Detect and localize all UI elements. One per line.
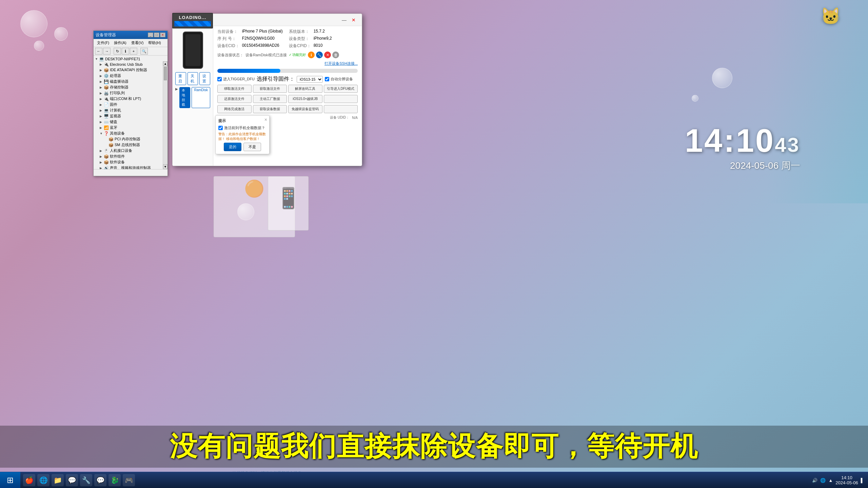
shutdown-button[interactable]: 关机 (188, 72, 198, 85)
network-activate-button[interactable]: 网络完成激活 (217, 105, 252, 113)
get-all-data-button[interactable]: 获取设备数据 (253, 105, 287, 113)
taskbar-icon-tool[interactable]: 🔧 (80, 474, 92, 486)
settings-button[interactable]: 设置 (199, 72, 210, 85)
get-activate2-button[interactable]: 获取激活文件 (253, 85, 287, 93)
auto-identify-checkbox[interactable]: 自动分辨设备 (325, 77, 353, 82)
device-manager-toolbar: ← → ↻ ℹ + 🔍 (94, 47, 167, 56)
dm-menu-view[interactable]: 查看(V) (129, 40, 146, 46)
tree-item-hid[interactable]: ▶ 🖱️ 人机接口设备 (94, 148, 167, 154)
tree-item-pci[interactable]: 📦 PCI 内存控制器 (94, 136, 167, 142)
subtitle-bar: 没有问题我们直接抹除设备即可，等待开机 (0, 426, 868, 468)
start-button[interactable]: ⊞ (0, 472, 20, 488)
taskbar-icon-ie[interactable]: 🌐 (37, 474, 50, 486)
scroll-down-button[interactable]: ▼ (163, 164, 167, 169)
restore-activate-button[interactable]: 还原激活文件 (217, 95, 252, 103)
ecid-value: 001504543898AD26 (242, 43, 286, 49)
dm-forward-button[interactable]: → (103, 48, 111, 55)
popup-checkbox[interactable]: 激活前到手机全额数据？ (218, 125, 267, 130)
dm-scan-button[interactable]: 🔍 (140, 48, 148, 55)
ios-checkbox-row: ▶ 本地挂载 RamDisk (175, 87, 210, 108)
tray-icon-network: 🌐 (820, 478, 826, 483)
tree-item-swcomp[interactable]: ▶ 📦 软件组件 (94, 154, 167, 159)
dm-properties-button[interactable]: ℹ (122, 48, 129, 55)
popup-cancel-button[interactable]: 不是 (243, 143, 261, 151)
local-mount-label: ▶ (175, 87, 178, 108)
device-manager-window: 设备管理器 _ □ ✕ 文件(F) 操作(A) 查看(V) 帮助(H) ← → … (93, 30, 168, 176)
driver-select[interactable]: iOS13-15 iOS12 iOS16+ (297, 76, 323, 83)
ios-close-button[interactable]: ✕ (350, 16, 358, 24)
tree-item-print[interactable]: ▶ 🖨️ 打印队列 (94, 90, 167, 96)
taskbar-icon-chat1[interactable]: 💬 (66, 474, 78, 486)
ios-window-controls: — ✕ (340, 16, 358, 24)
tree-item-other[interactable]: ▼ ❓ 其他设备 (94, 130, 167, 136)
local-mount-tab[interactable]: 本地挂载 (179, 87, 190, 108)
tree-item-swdev[interactable]: ▶ 📦 软件设备 (94, 159, 167, 165)
ios-nav-buttons: 重启 关机 设置 (175, 72, 210, 85)
taskbar-icon-game2[interactable]: 🎮 (123, 474, 135, 486)
serial-value: F2NSQ0WH1G00 (242, 36, 286, 42)
taskbar-icon-folder[interactable]: 📁 (52, 474, 64, 486)
device-manager-scrollbar[interactable]: ▲ ▼ (163, 61, 167, 169)
cpid-label: 设备CPID： (289, 43, 311, 49)
enter-dfu-label: 进入TIGGER_DFU (223, 77, 255, 82)
tree-item-pc[interactable]: ▶ 💻 计算机 (94, 107, 167, 113)
phone-graphic (183, 32, 203, 69)
status-icon-2[interactable]: 🔧 (316, 52, 323, 58)
ios-minimize-button[interactable]: — (340, 16, 348, 24)
tree-item-ide[interactable]: ▶ 📦 IDE ATA/ATAPI 控制器 (94, 67, 167, 73)
tray-show-desktop[interactable]: ▌ (861, 478, 864, 483)
status-icons: ℹ 🔧 ✕ 🗑 (308, 52, 339, 58)
tree-item-com[interactable]: ▶ 🔌 端口(COM 和 LPT) (94, 96, 167, 102)
ios15-jb-button[interactable]: iOS15.0+越狱JB (288, 95, 322, 103)
dm-new-button[interactable]: + (130, 48, 137, 55)
tree-item-cpu[interactable]: ▶ ⚙️ 处理器 (94, 73, 167, 79)
tree-item-usb[interactable]: ▶ 🔌 Electronic Usb Stub (94, 62, 167, 67)
status-icon-4[interactable]: 🗑 (332, 52, 339, 58)
dm-close-button[interactable]: ✕ (160, 33, 165, 37)
enter-dfu-mode-button[interactable]: 引导进入DFU模式 (324, 85, 358, 93)
dm-minimize-button[interactable]: _ (148, 33, 153, 37)
status-icon-1[interactable]: ℹ (308, 52, 315, 58)
taskbar-icon-browser[interactable]: 🍎 (23, 474, 35, 486)
bubble (692, 95, 698, 102)
dm-refresh-button[interactable]: ↻ (114, 48, 121, 55)
get-activate-button[interactable]: 绑取激活文件 (217, 85, 252, 93)
tree-item-sm[interactable]: 📦 SM 总线控制器 (94, 142, 167, 148)
factory-data-button[interactable]: 主动工厂数据 (253, 95, 287, 103)
current-device-value: iPhone 7 Plus (Global) (242, 29, 286, 35)
enter-dfu-checkbox[interactable]: 进入TIGGER_DFU (217, 77, 255, 82)
taskbar-time: 14:10 2024-05-06 (835, 475, 858, 485)
tree-item-bluetooth[interactable]: ▶ 📶 蓝牙 (94, 125, 167, 130)
ssh-link[interactable]: 打开设备SSH连接... (217, 61, 358, 66)
popup-ok-button[interactable]: 是的 (224, 143, 241, 151)
dm-menu-action[interactable]: 操作(A) (112, 40, 129, 46)
reset-code-button[interactable]: 解屏改码工具 (288, 85, 322, 93)
bg-palm (766, 0, 868, 203)
taskbar: ⊞ 🍎 🌐 📁 💬 🔧 💬 🐉 🎮 🔊 🌐 ▲ 14:10 2024-05-06… (0, 472, 868, 488)
scroll-thumb[interactable] (164, 67, 167, 80)
device-type-label: 设备类型： (289, 36, 311, 42)
tree-item-computer[interactable]: ▼ 💻 DESKTOP-NIIPFE71 (94, 56, 167, 62)
popup-close-button[interactable]: × (264, 117, 267, 122)
dm-maximize-button[interactable]: □ (154, 33, 159, 37)
ramdisk-tab[interactable]: RamDisk (192, 87, 210, 108)
bg-window-2-content: 📱 (268, 177, 308, 213)
btn-grid-3: 网络完成激活 获取设备数据 免越狱设备监管码 (217, 105, 358, 113)
jailbreak-monitor-button[interactable]: 免越狱设备监管码 (288, 105, 322, 113)
ecid-label: 设备ECID： (217, 43, 239, 49)
scroll-up-button[interactable]: ▲ (163, 61, 167, 66)
dm-menu-file[interactable]: 文件(F) (95, 40, 111, 46)
tree-item-keyboard[interactable]: ▶ ⌨️ 键盘 (94, 119, 167, 125)
scroll-track[interactable] (163, 66, 167, 164)
tree-item-monitor[interactable]: ▶ 🖥️ 监视器 (94, 113, 167, 119)
tree-item-firmware[interactable]: ▶ 📄 固件 (94, 102, 167, 107)
bubble (20, 10, 47, 37)
taskbar-icon-wechat[interactable]: 💬 (94, 474, 106, 486)
tree-item-storage[interactable]: ▶ 📦 存储控制器 (94, 84, 167, 90)
dm-back-button[interactable]: ← (95, 48, 102, 55)
status-icon-3[interactable]: ✕ (324, 52, 331, 58)
dm-menu-help[interactable]: 帮助(H) (146, 40, 163, 46)
reboot-button[interactable]: 重启 (175, 72, 186, 85)
tree-item-disk[interactable]: ▶ 💾 磁盘驱动器 (94, 79, 167, 84)
taskbar-icon-game1[interactable]: 🐉 (108, 474, 121, 486)
